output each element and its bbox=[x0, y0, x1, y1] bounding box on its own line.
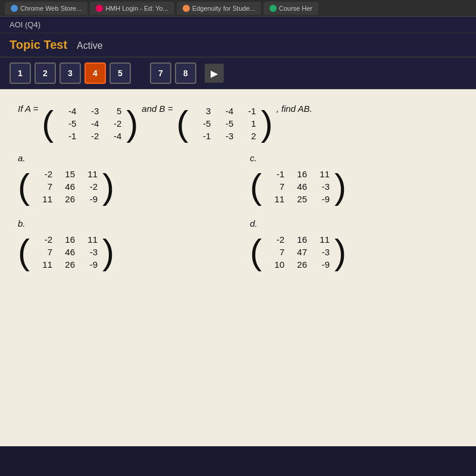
question-btn-4[interactable]: 4 bbox=[84, 62, 106, 84]
matrix-cell: -1 bbox=[236, 106, 258, 116]
opt-b-left: ( bbox=[18, 234, 30, 270]
matrix-cell: -5 bbox=[213, 118, 236, 129]
answer-options: a. ( -21511746-21126-9 ) c. ( -11611746-… bbox=[18, 153, 458, 272]
question-suffix: , find AB. bbox=[276, 104, 312, 114]
question-btn-2[interactable]: 2 bbox=[35, 62, 56, 84]
opt-b-grid: -21611746-31126-9 bbox=[30, 232, 102, 272]
matrix-cell: 11 bbox=[77, 234, 100, 245]
matrix-cell: 26 bbox=[287, 259, 309, 270]
course-icon bbox=[270, 5, 277, 12]
matrix-cell: 26 bbox=[55, 194, 77, 204]
matrix-cell: -5 bbox=[56, 118, 79, 129]
matrix-cell: -3 bbox=[309, 181, 332, 192]
option-c[interactable]: c. ( -11611746-31125-9 ) bbox=[250, 153, 458, 206]
matrix-cell: -3 bbox=[213, 131, 236, 141]
matrix-b-grid: 3-4-1-5-51-1-32 bbox=[188, 104, 261, 143]
tab-course-label: Course Her bbox=[279, 5, 312, 12]
arrow-icon: ▶ bbox=[211, 68, 218, 79]
opt-d-left: ( bbox=[250, 234, 262, 270]
opt-a-grid: -21511746-21126-9 bbox=[30, 167, 102, 206]
tab-course[interactable]: Course Her bbox=[264, 2, 318, 15]
matrix-cell: 46 bbox=[55, 247, 77, 257]
option-c-matrix: ( -11611746-31125-9 ) bbox=[250, 167, 458, 206]
tab-chrome-store[interactable]: Chrome Web Store... bbox=[5, 2, 87, 15]
edgenuity-icon bbox=[183, 5, 190, 12]
matrix-cell: 1 bbox=[236, 118, 258, 129]
question-btn-5[interactable]: 5 bbox=[109, 62, 131, 84]
matrix-a-left-bracket: ( bbox=[42, 106, 54, 142]
matrix-cell: 3 bbox=[190, 106, 213, 116]
matrix-cell: 11 bbox=[32, 194, 55, 204]
page-header: AOI (Q4) bbox=[0, 17, 476, 33]
matrix-cell: 7 bbox=[264, 181, 287, 192]
matrix-cell: -3 bbox=[77, 247, 100, 257]
matrix-cell: -4 bbox=[213, 106, 236, 116]
matrix-cell: 26 bbox=[55, 259, 77, 270]
matrix-cell: 46 bbox=[55, 181, 77, 192]
matrix-cell: 10 bbox=[264, 259, 287, 270]
matrix-a-grid: -4-35-5-4-2-1-2-4 bbox=[54, 104, 126, 143]
question-section: If A = ( -4-35-5-4-2-1-2-4 ) and B = ( 3… bbox=[18, 104, 458, 143]
matrix-cell: 16 bbox=[287, 169, 309, 179]
matrix-cell: 25 bbox=[287, 194, 309, 204]
option-a-matrix: ( -21511746-21126-9 ) bbox=[18, 167, 226, 206]
option-b-label: b. bbox=[18, 218, 226, 228]
matrix-cell: -9 bbox=[77, 194, 100, 204]
question-prefix: If A = bbox=[18, 104, 38, 114]
opt-c-left: ( bbox=[250, 169, 262, 205]
matrix-cell: 7 bbox=[32, 181, 55, 192]
nav-arrow-button[interactable]: ▶ bbox=[205, 64, 224, 83]
opt-d-right: ) bbox=[334, 234, 346, 270]
matrix-cell: -2 bbox=[32, 234, 55, 245]
matrix-cell: -2 bbox=[32, 169, 55, 179]
matrix-cell: 16 bbox=[55, 234, 77, 245]
option-d[interactable]: d. ( -21611747-31026-9 ) bbox=[250, 218, 458, 272]
matrix-cell: -2 bbox=[79, 131, 101, 141]
matrix-cell: -4 bbox=[79, 118, 101, 129]
matrix-cell: 5 bbox=[101, 106, 124, 116]
matrix-cell: 15 bbox=[55, 169, 77, 179]
option-d-label: d. bbox=[250, 218, 458, 228]
question-btn-7[interactable]: 7 bbox=[150, 62, 171, 84]
matrix-cell: 7 bbox=[32, 247, 55, 257]
matrix-cell: -4 bbox=[56, 106, 79, 116]
option-a-label: a. bbox=[18, 153, 226, 163]
matrix-a: ( -4-35-5-4-2-1-2-4 ) bbox=[42, 104, 138, 143]
matrix-cell: -1 bbox=[264, 169, 287, 179]
matrix-cell: -9 bbox=[309, 259, 332, 270]
option-b[interactable]: b. ( -21611746-31126-9 ) bbox=[18, 218, 226, 272]
breadcrumb: AOI (Q4) bbox=[10, 20, 40, 29]
option-a[interactable]: a. ( -21511746-21126-9 ) bbox=[18, 153, 226, 206]
opt-a-left: ( bbox=[18, 169, 30, 205]
matrix-b: ( 3-4-1-5-51-1-32 ) bbox=[176, 104, 273, 143]
matrix-cell: -2 bbox=[101, 118, 124, 129]
tab-hmh[interactable]: HMH Login - Ed: Yo... bbox=[90, 2, 174, 15]
topic-status: Active bbox=[77, 40, 103, 56]
question-btn-3[interactable]: 3 bbox=[60, 62, 81, 84]
chrome-store-icon bbox=[11, 5, 18, 12]
topic-title: Topic Test bbox=[10, 38, 67, 57]
matrix-cell: -3 bbox=[79, 106, 101, 116]
option-c-label: c. bbox=[250, 153, 458, 163]
hmh-icon bbox=[96, 5, 103, 12]
matrix-cell: 47 bbox=[287, 247, 309, 257]
matrix-cell: -1 bbox=[56, 131, 79, 141]
option-d-matrix: ( -21611747-31026-9 ) bbox=[250, 232, 458, 272]
opt-b-right: ) bbox=[102, 234, 114, 270]
tab-hmh-label: HMH Login - Ed: Yo... bbox=[105, 5, 168, 12]
matrix-cell: -9 bbox=[77, 259, 100, 270]
matrix-cell: 11 bbox=[264, 194, 287, 204]
matrix-cell: 2 bbox=[236, 131, 258, 141]
matrix-cell: -4 bbox=[101, 131, 124, 141]
matrix-cell: 11 bbox=[77, 169, 100, 179]
matrix-cell: -2 bbox=[77, 181, 100, 192]
matrix-cell: 11 bbox=[32, 259, 55, 270]
tab-edgenuity[interactable]: Edgenuity for Stude... bbox=[177, 2, 261, 15]
matrix-cell: 16 bbox=[287, 234, 309, 245]
question-btn-1[interactable]: 1 bbox=[10, 62, 31, 84]
matrix-a-right-bracket: ) bbox=[126, 106, 138, 142]
question-btn-8[interactable]: 8 bbox=[175, 62, 196, 84]
matrix-cell: 11 bbox=[309, 169, 332, 179]
matrix-cell: -9 bbox=[309, 194, 332, 204]
matrix-cell: -5 bbox=[190, 118, 213, 129]
